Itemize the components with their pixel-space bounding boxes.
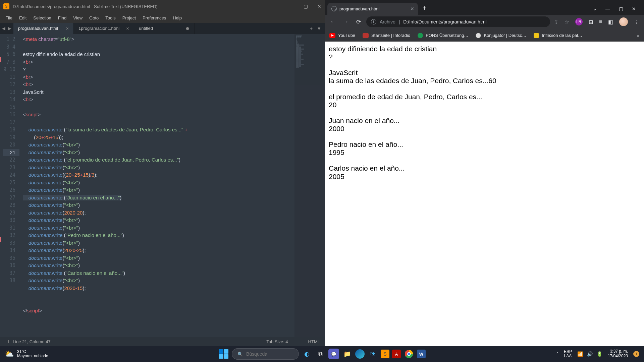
minimap[interactable]: ████ ████████ ███ ████ ███ ██ █ ██ ██ ██… bbox=[294, 34, 325, 337]
panel-switcher-icon[interactable] bbox=[5, 340, 9, 343]
page-text: Carlos nacio en el año... bbox=[329, 164, 640, 172]
bookmark-youtube[interactable]: ▶ YouTube bbox=[329, 33, 355, 38]
tab-1programacion1[interactable]: 1programacion1.html × bbox=[74, 23, 134, 34]
close-icon[interactable]: ✕ bbox=[632, 6, 636, 11]
chrome-toolbar: ← → ⟳ i Archivo | D:/Info/Documents/prog… bbox=[325, 15, 644, 29]
tab-dropdown-icon[interactable]: ▼ bbox=[317, 26, 321, 31]
chrome-tabstrip: programaduvan.html × + ⌄ — ▢ ✕ bbox=[325, 0, 644, 15]
close-icon[interactable]: ✕ bbox=[317, 4, 321, 9]
menu-tools[interactable]: Tools bbox=[103, 14, 118, 22]
menu-project[interactable]: Project bbox=[120, 14, 139, 22]
taskbar-clock[interactable]: 3:37 p. m. 17/04/2023 bbox=[608, 349, 628, 359]
back-button[interactable]: ← bbox=[328, 18, 338, 25]
sublime-menubar: File Edit Selection Find View Goto Tools… bbox=[0, 13, 325, 23]
menu-find[interactable]: Find bbox=[55, 14, 69, 22]
page-text: estoy difiniendo la edad de cristian bbox=[329, 45, 640, 53]
sublime-window: S D:\Info\Documents\programaduvan.html -… bbox=[0, 0, 325, 346]
store-icon[interactable]: 🛍 bbox=[367, 349, 378, 359]
sublime-app-icon: S bbox=[3, 3, 9, 9]
url-scheme: Archivo bbox=[380, 19, 395, 24]
tab-close-icon[interactable]: × bbox=[119, 25, 129, 31]
bookmark-inforadio[interactable]: Startseite | Inforadio bbox=[363, 33, 410, 38]
site-info-icon[interactable]: i bbox=[371, 19, 376, 24]
globe-icon bbox=[331, 6, 337, 11]
new-tab-icon[interactable]: + bbox=[310, 26, 313, 31]
omnibox[interactable]: i Archivo | D:/Info/Documents/programadu… bbox=[366, 16, 550, 27]
bookmarks-overflow-icon[interactable]: » bbox=[637, 33, 639, 38]
chrome-tab-title: programaduvan.html bbox=[339, 6, 379, 11]
tab-close-icon[interactable]: × bbox=[59, 25, 69, 31]
bookmark-inflexion[interactable]: Inflexión de las pal… bbox=[534, 33, 582, 38]
tray-overflow-icon[interactable]: ˄ bbox=[556, 352, 558, 356]
menu-help[interactable]: Help bbox=[170, 14, 184, 22]
tab-close-icon[interactable]: × bbox=[410, 5, 414, 12]
word-icon[interactable]: W bbox=[417, 350, 426, 358]
page-text: el promedio de edad de Juan, Pedro, Carl… bbox=[329, 93, 640, 101]
start-button[interactable] bbox=[218, 349, 229, 359]
tab-label: programaduvan.html bbox=[18, 26, 58, 31]
maximize-icon[interactable]: ▢ bbox=[619, 6, 623, 11]
new-tab-button[interactable]: + bbox=[418, 4, 431, 15]
battery-icon[interactable]: 🔋 bbox=[597, 351, 602, 357]
line-gutter: 1 2 3 4 5 6 7 8 9 10 11 12 13 14 15 16 1… bbox=[3, 34, 19, 337]
notification-badge[interactable]: 1 bbox=[633, 351, 639, 357]
tab-programaduvan[interactable]: programaduvan.html × bbox=[13, 23, 74, 34]
sublime-title-text: D:\Info\Documents\programaduvan.html - S… bbox=[13, 4, 289, 9]
task-view-icon[interactable]: ⧉ bbox=[315, 349, 326, 359]
edge-icon[interactable] bbox=[355, 349, 365, 359]
reload-button[interactable]: ⟳ bbox=[354, 18, 364, 25]
chrome-window: programaduvan.html × + ⌄ — ▢ ✕ ← → ⟳ i A… bbox=[325, 0, 644, 346]
minimize-icon[interactable]: — bbox=[289, 4, 294, 9]
windows-taskbar: ⛅ 31°C Mayorm. nublado 🔍 ◐ ⧉ 💬 📁 🛍 S A W… bbox=[0, 346, 644, 362]
extension-icon[interactable]: LR bbox=[575, 18, 583, 25]
menu-edit[interactable]: Edit bbox=[16, 14, 29, 22]
page-text: ? bbox=[329, 53, 640, 61]
taskbar-search[interactable]: 🔍 bbox=[232, 348, 299, 360]
wifi-icon[interactable]: 📶 bbox=[577, 351, 583, 357]
chevron-down-icon[interactable]: ⌄ bbox=[593, 6, 597, 11]
taskbar-weather[interactable]: ⛅ 31°C Mayorm. nublado bbox=[5, 350, 48, 358]
weather-desc: Mayorm. nublado bbox=[17, 354, 48, 358]
status-syntax[interactable]: HTML bbox=[308, 339, 320, 344]
copilot-icon[interactable]: ◐ bbox=[302, 349, 312, 359]
tab-label: untitled bbox=[139, 26, 153, 31]
url-path: D:/Info/Documents/programaduvan.html bbox=[403, 19, 486, 24]
tab-nav-back-icon[interactable]: ◀ bbox=[2, 26, 5, 31]
explorer-icon[interactable]: 📁 bbox=[342, 349, 353, 359]
menu-goto[interactable]: Goto bbox=[87, 14, 101, 22]
menu-preferences[interactable]: Preferences bbox=[140, 14, 169, 22]
menu-selection[interactable]: Selection bbox=[31, 14, 54, 22]
search-input[interactable] bbox=[246, 351, 305, 357]
page-text: 2005 bbox=[329, 173, 640, 181]
menu-view[interactable]: View bbox=[70, 14, 85, 22]
page-text: Pedro nacio en el año... bbox=[329, 140, 640, 148]
kebab-menu-icon[interactable]: ⋮ bbox=[634, 19, 639, 25]
bookmark-konjugator[interactable]: Konjugator | Deutsc… bbox=[476, 33, 526, 38]
chrome-task-icon[interactable] bbox=[404, 349, 414, 359]
fold-gutter bbox=[0, 34, 3, 337]
share-icon[interactable]: ⇪ bbox=[554, 19, 558, 25]
bookmark-pons[interactable]: PONS Übersetzung… bbox=[418, 33, 468, 38]
chrome-tab[interactable]: programaduvan.html × bbox=[327, 3, 418, 15]
maximize-icon[interactable]: ▢ bbox=[304, 4, 308, 9]
language-indicator[interactable]: ESP LAA bbox=[564, 350, 572, 358]
code-editor[interactable]: <meta charset="utf-8"> estoy difiniendo … bbox=[19, 34, 294, 337]
menu-file[interactable]: File bbox=[3, 14, 15, 22]
profile-avatar[interactable] bbox=[619, 17, 628, 26]
bookmark-star-icon[interactable]: ☆ bbox=[565, 19, 569, 25]
acrobat-icon[interactable]: A bbox=[392, 350, 401, 358]
volume-icon[interactable]: 🔊 bbox=[587, 351, 593, 357]
minimize-icon[interactable]: — bbox=[605, 6, 610, 11]
sublime-task-icon[interactable]: S bbox=[381, 350, 389, 358]
forward-button[interactable]: → bbox=[341, 18, 351, 25]
sublime-titlebar: S D:\Info\Documents\programaduvan.html -… bbox=[0, 0, 325, 13]
tab-label: 1programacion1.html bbox=[78, 26, 119, 31]
status-tabsize[interactable]: Tab Size: 4 bbox=[266, 339, 288, 344]
side-panel-icon[interactable]: ◧ bbox=[608, 19, 613, 25]
extensions-icon[interactable]: ⊞ bbox=[589, 19, 593, 25]
tab-nav-fwd-icon[interactable]: ▶ bbox=[8, 26, 11, 31]
teams-icon[interactable]: 💬 bbox=[328, 349, 339, 359]
reading-list-icon[interactable]: ≡ bbox=[599, 19, 602, 25]
page-text: Juan nacio en el año... bbox=[329, 117, 640, 125]
tab-untitled[interactable]: untitled ● bbox=[134, 23, 195, 34]
